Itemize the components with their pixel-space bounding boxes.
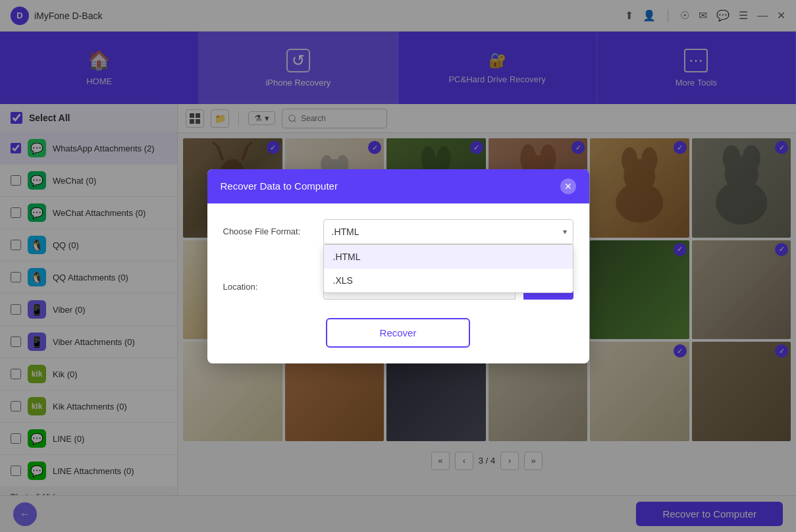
modal-recover-button[interactable]: Recover — [326, 318, 471, 348]
modal-title: Recover Data to Computer — [221, 180, 338, 192]
format-label: Choose File Format: — [223, 226, 315, 236]
modal-close-button[interactable]: ✕ — [560, 178, 576, 194]
recover-dialog: Recover Data to Computer ✕ Choose File F… — [207, 169, 589, 363]
location-label: Location: — [223, 282, 315, 292]
format-dropdown: .HTML .XLS — [323, 244, 573, 293]
format-option-xls[interactable]: .XLS — [324, 269, 573, 292]
format-select[interactable]: .HTML .XLS — [323, 219, 573, 244]
format-select-wrap: .HTML .XLS ▾ .HTML .XLS — [323, 219, 573, 244]
close-icon: ✕ — [564, 181, 572, 192]
modal-overlay: Recover Data to Computer ✕ Choose File F… — [0, 0, 796, 532]
format-row: Choose File Format: .HTML .XLS ▾ .HTML .… — [223, 219, 573, 244]
modal-header: Recover Data to Computer ✕ — [207, 169, 589, 203]
format-option-html[interactable]: .HTML — [324, 245, 573, 269]
